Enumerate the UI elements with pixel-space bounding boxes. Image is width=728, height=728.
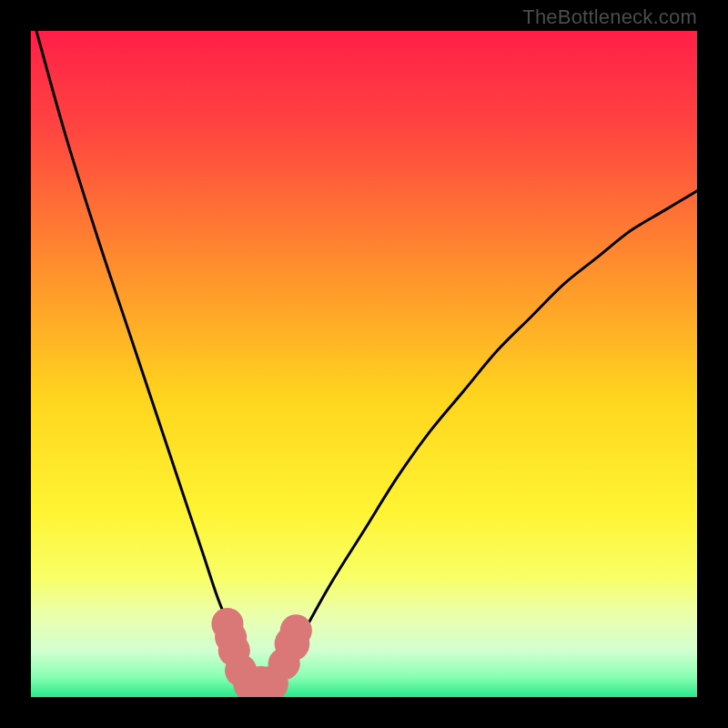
curve-layer <box>31 31 697 697</box>
curve-marker <box>280 614 312 646</box>
chart-frame: TheBottleneck.com <box>0 0 728 728</box>
watermark-text: TheBottleneck.com <box>522 5 697 29</box>
curve-markers <box>211 608 312 697</box>
bottleneck-curve <box>31 31 697 684</box>
plot-area <box>31 31 697 697</box>
